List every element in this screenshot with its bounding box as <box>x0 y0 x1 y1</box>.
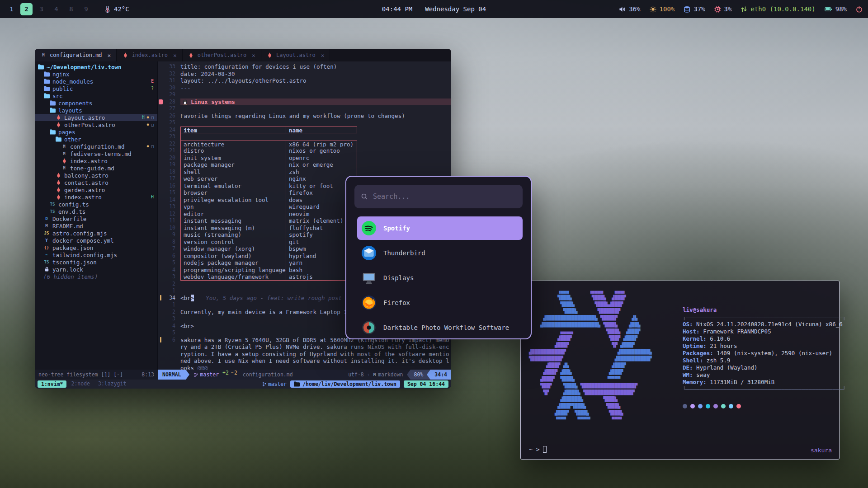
close-tab-icon[interactable]: × <box>252 52 255 59</box>
editor-tab[interactable]: Layout.astro× <box>261 49 330 61</box>
tmux-window[interactable]: 1:nvim* <box>38 380 66 388</box>
workspace-button-4[interactable]: 4 <box>50 3 62 15</box>
editor-tab[interactable]: index.astro× <box>117 49 182 61</box>
brightness-module[interactable]: 100% <box>650 5 675 13</box>
git-branch: master <box>194 370 219 380</box>
temperature-module[interactable]: 42°C <box>104 5 129 13</box>
tree-item[interactable]: Ydocker-compose.yml <box>35 237 157 244</box>
line-number: 20 <box>164 155 175 162</box>
tree-item[interactable]: layouts <box>35 107 157 114</box>
buffer-line[interactable]: 23 <box>158 133 451 141</box>
launcher-search[interactable] <box>354 185 523 208</box>
workspace-button-9[interactable]: 9 <box>80 3 92 15</box>
buffer-line[interactable]: 24itemname <box>158 127 451 134</box>
tree-item[interactable]: otherPost.astro●□ <box>35 121 157 128</box>
tree-item[interactable]: src <box>35 92 157 99</box>
network-module[interactable]: eth0 (10.0.0.140) <box>741 5 815 13</box>
buffer-line[interactable]: 20init systemopenrc <box>158 155 451 162</box>
buffer-line[interactable]: 28Linux systems <box>158 99 451 106</box>
battery-module[interactable]: 98% <box>825 5 847 13</box>
buffer-line[interactable]: 27 <box>158 105 451 113</box>
launcher-entry-firefox[interactable]: Firefox <box>357 291 523 314</box>
close-tab-icon[interactable]: × <box>173 52 177 59</box>
tree-item-name: contact.astro <box>64 179 108 186</box>
editor-tab[interactable]: Mconfiguration.md× <box>35 49 117 61</box>
tree-item[interactable]: balcony.astro <box>35 172 157 179</box>
tree-item-badge: □ <box>151 145 154 149</box>
workspace-button-8[interactable]: 8 <box>65 3 77 15</box>
clock[interactable]: 04:44 PM Wednesday Sep 04 <box>382 5 486 13</box>
tree-item-name: layouts <box>58 107 82 114</box>
workspace-button-3[interactable]: 3 <box>35 3 47 15</box>
tree-item-name: astro.config.mjs <box>52 230 107 237</box>
buffer-line[interactable]: 18shellzsh <box>158 169 451 176</box>
tree-item[interactable]: TSenv.d.ts <box>35 208 157 215</box>
search-input[interactable] <box>373 192 516 201</box>
tree-item[interactable]: TStsconfig.json <box>35 258 157 266</box>
launcher-entry-displays[interactable]: Displays <box>357 266 523 290</box>
launcher-entry-spotify[interactable]: Spotify <box>357 216 523 240</box>
tree-item[interactable]: public? <box>35 85 157 92</box>
folder-icon <box>55 136 61 142</box>
buffer-line[interactable]: 21distronixos or gentoo <box>158 147 451 155</box>
close-tab-icon[interactable]: × <box>321 52 325 59</box>
tree-item[interactable]: pages <box>35 128 157 136</box>
tree-item-name: components <box>58 100 92 107</box>
folder-icon <box>294 381 300 387</box>
fastfetch-terminal[interactable]: ▗▄▄▄ ▗▄▄▄▄ ▄▄▄▖ ▜███▙ ▜███▙ ▟███▛ ▜███▙ … <box>520 281 840 460</box>
speaker-icon <box>619 6 626 13</box>
launcher-entry-thunderbird[interactable]: Thunderbird <box>357 241 523 265</box>
shell-prompt[interactable]: ~ > <box>529 446 547 453</box>
tree-item[interactable]: node_modulesE <box>35 78 157 85</box>
tree-item[interactable]: (6 hidden items) <box>35 273 157 280</box>
line-number: 19 <box>164 161 175 169</box>
tree-item[interactable]: {}package.json <box>35 244 157 251</box>
tree-item[interactable]: TSconfig.ts <box>35 201 157 208</box>
launcher-entry-darktable[interactable]: Darktable Photo Workflow Software <box>357 316 523 339</box>
tmux-window[interactable]: 3:lazygit <box>94 380 130 388</box>
tree-item[interactable]: yarn.lock <box>35 266 157 273</box>
buffer-line[interactable]: 26Favorite things regarding Linux and my… <box>158 113 451 120</box>
tree-item[interactable]: JSastro.config.mjs <box>35 230 157 237</box>
tree-item[interactable]: index.astro <box>35 157 157 164</box>
editor-tab[interactable]: otherPost.astro× <box>183 49 261 61</box>
ts-file-icon: TS <box>43 260 50 264</box>
buffer-line[interactable]: 29 <box>158 91 451 99</box>
tree-item[interactable]: other <box>35 136 157 143</box>
buffer-line[interactable]: 22architecturex86_64 (rip m2 pro) <box>158 141 451 148</box>
neotree-status: neo-tree filesystem [1] [-] <box>38 371 123 378</box>
tree-item-name: Layout.astro <box>64 114 105 121</box>
tree-item[interactable]: ~tailwind.config.mjs <box>35 251 157 258</box>
tree-item[interactable]: garden.astro <box>35 186 157 193</box>
statusline-filename: configuration.md <box>243 371 293 378</box>
buffer-line[interactable]: 31layout: ../../layouts/otherPost.astro <box>158 77 451 84</box>
tree-item[interactable]: index.astroH <box>35 193 157 201</box>
tree-item[interactable]: Mfediverse-terms.md <box>35 150 157 157</box>
tree-item-badge: ● <box>147 123 149 127</box>
buffer-line[interactable]: 19package managernix or emerge <box>158 161 451 169</box>
power-button[interactable] <box>856 6 863 13</box>
tree-item[interactable]: DDockerfile <box>35 215 157 222</box>
tree-item[interactable]: nginx <box>35 70 157 78</box>
tree-item[interactable]: Mconfiguration.md●□ <box>35 143 157 150</box>
tree-item[interactable]: components <box>35 99 157 107</box>
buffer-line[interactable]: 25 <box>158 119 451 127</box>
buffer-line[interactable]: 32date: 2024-08-30 <box>158 70 451 78</box>
tree-item[interactable]: MREADME.md <box>35 222 157 230</box>
volume-module[interactable]: 36% <box>619 5 640 13</box>
close-tab-icon[interactable]: × <box>108 52 111 59</box>
tree-item-name: (6 hidden items) <box>43 273 98 280</box>
tree-item[interactable]: Mtone-guide.md <box>35 164 157 172</box>
tree-item[interactable]: contact.astro <box>35 179 157 186</box>
tree-item[interactable]: Layout.astroH●□ <box>35 114 157 121</box>
buffer-line[interactable]: 30--- <box>158 84 451 92</box>
buffer-line[interactable]: 33title: configuration for devices i use… <box>158 63 451 70</box>
buffer-line[interactable]: 6sakura has a Ryzen 5 7640U, 32GB of DDR… <box>158 337 451 370</box>
terminal-color-palette <box>683 404 846 408</box>
workspace-button-1[interactable]: 1 <box>5 3 18 15</box>
cpu-module[interactable]: 3% <box>714 5 732 13</box>
disk-module[interactable]: 37% <box>684 5 705 13</box>
tmux-window[interactable]: 2:node <box>67 380 94 388</box>
workspace-button-2[interactable]: 2 <box>20 3 33 15</box>
tree-root[interactable]: ~/Development/liv.town <box>35 63 157 70</box>
